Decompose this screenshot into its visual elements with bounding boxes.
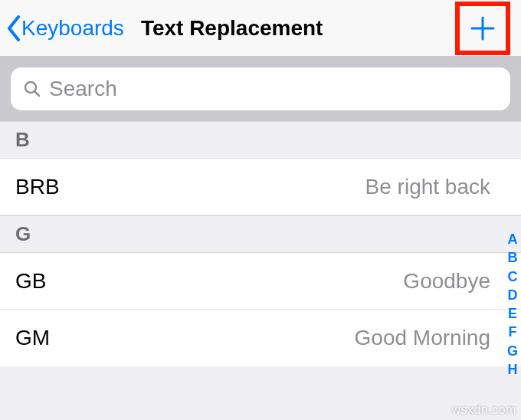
phrase-text: Be right back — [365, 175, 490, 199]
search-area — [0, 57, 521, 121]
search-box[interactable] — [11, 67, 510, 110]
index-letter[interactable]: H — [507, 360, 517, 379]
shortcut-text: GB — [15, 269, 46, 294]
section-header: G — [0, 215, 521, 253]
phrase-text: Goodbye — [403, 269, 490, 294]
shortcut-text: GM — [15, 326, 50, 350]
index-letter[interactable]: F — [508, 323, 516, 341]
index-letter[interactable]: G — [507, 342, 518, 360]
index-letter[interactable]: C — [507, 267, 517, 286]
list-item[interactable]: GM Good Morning — [0, 310, 521, 366]
svg-line-3 — [34, 91, 39, 96]
watermark: wsxdn.com — [451, 403, 516, 417]
alpha-index[interactable]: A B C D E F G H — [507, 230, 518, 379]
replacement-list: B BRB Be right back G GB Goodbye GM Good… — [0, 121, 521, 366]
back-button[interactable]: Keyboards — [0, 15, 124, 41]
page-title: Text Replacement — [141, 16, 323, 41]
list-item[interactable]: GB Goodbye — [0, 253, 521, 310]
index-letter[interactable]: E — [508, 304, 517, 323]
plus-icon — [469, 15, 496, 42]
list-item[interactable]: BRB Be right back — [0, 159, 521, 215]
section-header: B — [0, 121, 521, 159]
chevron-left-icon — [6, 15, 21, 41]
search-icon — [23, 80, 41, 98]
index-letter[interactable]: B — [507, 248, 517, 267]
index-letter[interactable]: D — [507, 286, 517, 304]
shortcut-text: BRB — [15, 175, 60, 199]
nav-bar: Keyboards Text Replacement — [0, 0, 521, 57]
phrase-text: Good Morning — [355, 326, 490, 350]
index-letter[interactable]: A — [507, 230, 517, 248]
add-button[interactable] — [455, 2, 510, 55]
back-label: Keyboards — [21, 16, 124, 41]
search-input[interactable] — [49, 77, 498, 101]
